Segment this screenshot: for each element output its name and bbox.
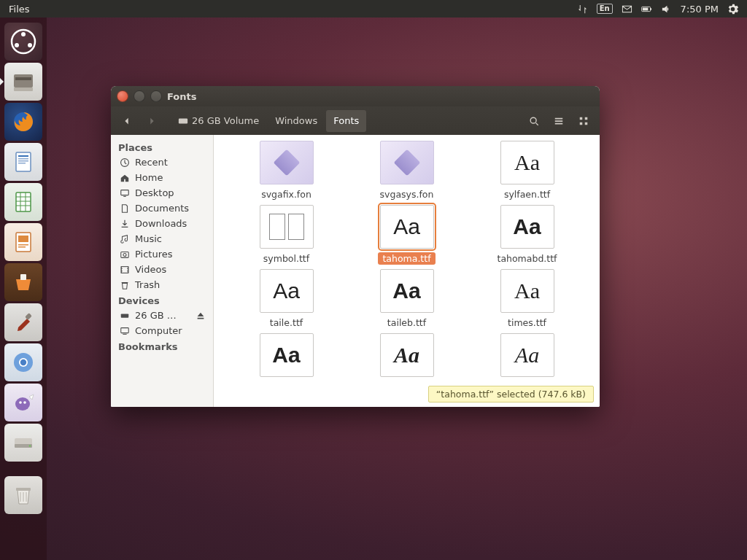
svg-point-4 bbox=[21, 32, 26, 36]
font-thumbnail bbox=[380, 141, 434, 184]
svg-rect-35 bbox=[580, 117, 583, 120]
file-item[interactable]: Aataile.ttf bbox=[230, 269, 343, 329]
unity-launcher bbox=[0, 18, 47, 560]
toolbar: 26 GB Volume Windows Fonts bbox=[111, 106, 600, 135]
keyboard-indicator[interactable]: En bbox=[597, 4, 613, 14]
launcher-firefox[interactable] bbox=[4, 103, 42, 141]
svg-rect-43 bbox=[121, 266, 128, 273]
window-titlebar[interactable]: Fonts bbox=[111, 86, 600, 106]
list-view-button[interactable] bbox=[547, 110, 570, 132]
search-button[interactable] bbox=[522, 110, 546, 132]
font-thumbnail: Aa bbox=[260, 269, 314, 313]
font-thumbnail: Aa bbox=[500, 333, 554, 377]
svg-point-27 bbox=[19, 401, 22, 404]
top-panel: Files En 7:50 PM bbox=[0, 0, 747, 18]
launcher-writer[interactable] bbox=[4, 143, 42, 181]
icon-view-button[interactable] bbox=[572, 110, 595, 132]
svg-rect-11 bbox=[16, 152, 31, 171]
gear-icon[interactable] bbox=[727, 4, 738, 15]
file-item[interactable]: Aataileb.ttf bbox=[350, 269, 463, 329]
launcher-trash[interactable] bbox=[4, 476, 42, 514]
font-thumbnail: Aa bbox=[380, 269, 434, 313]
svg-rect-7 bbox=[14, 74, 33, 88]
svg-rect-20 bbox=[18, 246, 26, 248]
window-close-button[interactable] bbox=[117, 90, 128, 102]
svg-rect-8 bbox=[15, 77, 31, 80]
svg-point-42 bbox=[123, 253, 126, 256]
svg-rect-40 bbox=[121, 190, 129, 195]
svg-rect-13 bbox=[18, 158, 28, 160]
svg-point-5 bbox=[28, 43, 32, 47]
svg-rect-19 bbox=[18, 244, 28, 246]
svg-rect-2 bbox=[642, 7, 648, 10]
svg-point-34 bbox=[530, 117, 536, 123]
launcher-impress[interactable] bbox=[4, 223, 42, 261]
svg-rect-9 bbox=[14, 88, 33, 91]
sidebar-header-places: Places bbox=[111, 139, 213, 155]
breadcrumb-volume[interactable]: 26 GB Volume bbox=[171, 110, 266, 132]
svg-rect-33 bbox=[179, 118, 187, 123]
file-item[interactable]: svgasys.fon bbox=[350, 141, 463, 201]
file-item[interactable]: Aa bbox=[230, 333, 343, 382]
launcher-software-center[interactable] bbox=[4, 263, 42, 301]
file-view[interactable]: svgafix.fon svgasys.fon Aasylfaen.ttf sy… bbox=[214, 135, 600, 407]
launcher-settings[interactable] bbox=[4, 303, 42, 341]
sidebar-item-desktop[interactable]: Desktop bbox=[111, 185, 213, 201]
svg-point-26 bbox=[15, 397, 30, 411]
file-item[interactable]: Aasylfaen.ttf bbox=[471, 141, 584, 201]
mail-icon[interactable] bbox=[622, 4, 632, 15]
launcher-dash[interactable] bbox=[4, 23, 42, 61]
sidebar-item-music[interactable]: Music bbox=[111, 231, 213, 246]
files-window: Fonts 26 GB Volume Windows Fonts Places … bbox=[111, 86, 600, 407]
file-item[interactable]: symbol.ttf bbox=[230, 205, 343, 265]
font-thumbnail: Aa bbox=[500, 141, 554, 184]
sidebar-item-volume[interactable]: 26 GB … bbox=[111, 308, 213, 323]
svg-rect-36 bbox=[585, 117, 588, 120]
sidebar-item-home[interactable]: Home bbox=[111, 170, 213, 185]
sidebar-item-recent[interactable]: Recent bbox=[111, 155, 213, 170]
file-item[interactable]: Aa bbox=[471, 333, 584, 382]
svg-point-6 bbox=[15, 43, 19, 47]
sidebar-item-computer[interactable]: Computer bbox=[111, 323, 213, 338]
sidebar-item-downloads[interactable]: Downloads bbox=[111, 216, 213, 231]
eject-icon[interactable] bbox=[196, 311, 206, 321]
launcher-files[interactable] bbox=[4, 63, 42, 101]
file-item[interactable]: Aa bbox=[350, 333, 463, 382]
active-app-label[interactable]: Files bbox=[9, 4, 30, 15]
sidebar-item-videos[interactable]: Videos bbox=[111, 262, 213, 277]
file-item[interactable]: Aatahomabd.ttf bbox=[471, 205, 584, 265]
svg-rect-32 bbox=[16, 488, 31, 491]
svg-point-25 bbox=[20, 359, 26, 365]
svg-point-28 bbox=[23, 401, 26, 404]
network-icon[interactable] bbox=[577, 4, 588, 15]
launcher-drive[interactable] bbox=[4, 424, 42, 462]
breadcrumb-fonts[interactable]: Fonts bbox=[326, 110, 366, 132]
battery-icon[interactable] bbox=[641, 4, 652, 15]
nav-forward-button[interactable] bbox=[140, 110, 163, 132]
nav-back-button[interactable] bbox=[115, 110, 139, 132]
status-bar: “tahoma.ttf” selected (747.6 kB) bbox=[428, 386, 594, 402]
file-item[interactable]: svgafix.fon bbox=[230, 141, 343, 201]
sidebar-item-pictures[interactable]: Pictures bbox=[111, 246, 213, 262]
window-title: Fonts bbox=[167, 91, 197, 102]
svg-rect-18 bbox=[18, 236, 28, 242]
launcher-chromium[interactable] bbox=[4, 343, 42, 381]
sidebar-item-documents[interactable]: Documents bbox=[111, 201, 213, 216]
svg-rect-38 bbox=[585, 122, 588, 125]
svg-rect-44 bbox=[121, 314, 129, 317]
sidebar-item-trash[interactable]: Trash bbox=[111, 277, 213, 292]
window-maximize-button[interactable] bbox=[150, 90, 162, 102]
svg-rect-22 bbox=[25, 313, 32, 320]
svg-rect-1 bbox=[650, 8, 651, 10]
file-item[interactable]: Aatimes.ttf bbox=[471, 269, 584, 329]
svg-point-31 bbox=[29, 445, 31, 447]
window-minimize-button[interactable] bbox=[133, 90, 145, 102]
file-item-selected[interactable]: Aatahoma.ttf bbox=[350, 205, 463, 265]
breadcrumb-windows[interactable]: Windows bbox=[268, 110, 325, 132]
svg-rect-37 bbox=[580, 122, 583, 125]
clock[interactable]: 7:50 PM bbox=[681, 4, 719, 15]
svg-rect-14 bbox=[18, 160, 28, 162]
sound-icon[interactable] bbox=[661, 4, 672, 15]
launcher-calc[interactable] bbox=[4, 183, 42, 221]
launcher-pidgin[interactable] bbox=[4, 384, 42, 421]
